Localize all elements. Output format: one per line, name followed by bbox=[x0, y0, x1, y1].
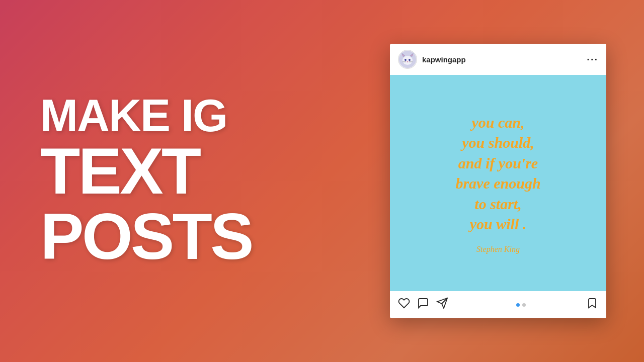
instagram-card: kapwingapp ··· you can, you should, and … bbox=[390, 44, 606, 318]
instagram-footer bbox=[390, 291, 606, 318]
instagram-username: kapwingapp bbox=[422, 55, 587, 64]
quote-line-4: brave enough bbox=[455, 175, 540, 192]
instagram-header: kapwingapp ··· bbox=[390, 44, 606, 75]
quote-line-1: you can, bbox=[472, 114, 525, 131]
svg-point-12 bbox=[407, 61, 408, 62]
instagram-quote-author: Stephen King bbox=[476, 245, 520, 254]
instagram-post-image: you can, you should, and if you're brave… bbox=[390, 75, 606, 291]
nav-dot-1 bbox=[516, 303, 520, 307]
bookmark-icon[interactable] bbox=[586, 297, 598, 312]
post-navigation-dots bbox=[455, 303, 586, 307]
instagram-dots-menu[interactable]: ··· bbox=[587, 54, 598, 65]
quote-line-5: to start, bbox=[474, 196, 521, 212]
title-line-2: TEXT bbox=[40, 138, 352, 204]
title-line-3: POSTS bbox=[40, 204, 352, 269]
nav-dot-2 bbox=[522, 303, 526, 307]
quote-line-6: you will . bbox=[470, 216, 527, 232]
page-background: MAKE IG TEXT POSTS bbox=[0, 0, 644, 362]
quote-line-2: you should, bbox=[462, 134, 534, 151]
svg-point-1 bbox=[403, 56, 413, 65]
instagram-mockup-container: kapwingapp ··· you can, you should, and … bbox=[382, 44, 614, 318]
like-icon[interactable] bbox=[398, 297, 410, 312]
comment-icon[interactable] bbox=[417, 297, 429, 312]
avatar bbox=[398, 50, 417, 69]
instagram-quote-text: you can, you should, and if you're brave… bbox=[455, 113, 540, 235]
svg-point-10 bbox=[406, 59, 407, 60]
left-content: MAKE IG TEXT POSTS bbox=[0, 63, 382, 299]
quote-line-3: and if you're bbox=[458, 155, 538, 171]
title-line-1: MAKE IG bbox=[40, 93, 352, 138]
share-icon[interactable] bbox=[436, 297, 448, 312]
svg-point-11 bbox=[410, 59, 411, 60]
